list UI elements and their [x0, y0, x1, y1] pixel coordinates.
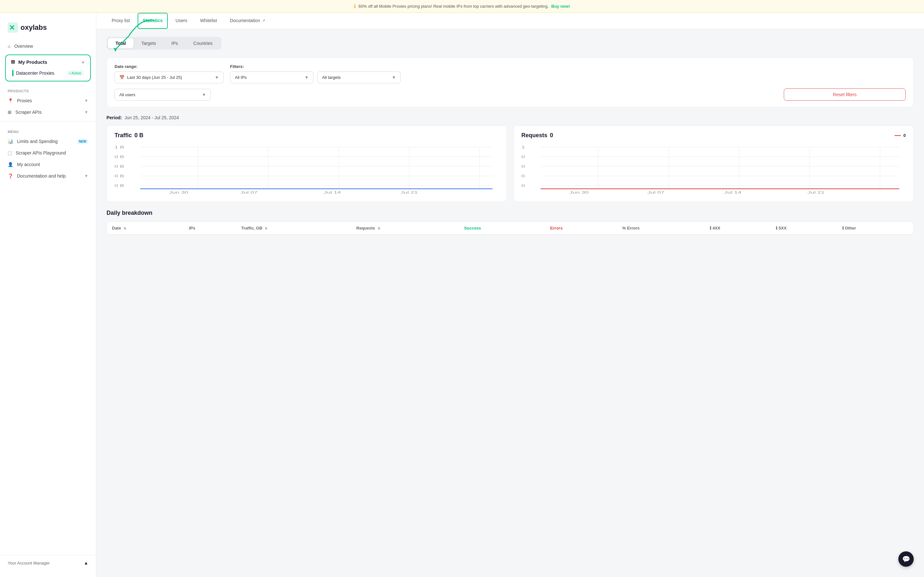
svg-text:1 B: 1 B	[115, 145, 124, 149]
logo-text: oxylabs	[21, 23, 47, 32]
new-badge: NEW	[77, 139, 88, 144]
requests-chart-area: 1 0 0 0 0	[521, 144, 906, 195]
my-products-box: ⊞ My Products ▲ Datacenter Proxies • Act…	[5, 55, 91, 81]
main-content: Proxy list Statistics Users Whitelist Do…	[96, 13, 924, 577]
scraper-icon: ⊞	[8, 110, 11, 115]
sidebar-item-my-account[interactable]: 👤 My account	[0, 159, 96, 170]
th-4xx: ℹ 4XX	[704, 222, 771, 235]
sidebar: ✕ oxylabs ⌂ Overview ⊞ My Products ▲ Dat…	[0, 13, 96, 577]
sub-tab-total[interactable]: Total	[108, 38, 134, 48]
chat-bubble[interactable]: 💬	[898, 551, 914, 567]
all-users-select[interactable]: All users ▼	[115, 89, 211, 101]
traffic-chart-title: Traffic 0 B	[115, 132, 499, 139]
sub-tab-ips[interactable]: IPs	[164, 38, 186, 48]
svg-text:0 B: 0 B	[115, 184, 124, 187]
date-range-group: Date range: 📅 Last 30 days (Jun 25 - Jul…	[115, 64, 224, 83]
sidebar-item-datacenter-proxies[interactable]: Datacenter Proxies • Active	[7, 67, 89, 79]
banner-text: 60% off all Mobile Proxies pricing plans…	[359, 4, 549, 9]
logo: ✕ oxylabs	[0, 19, 96, 40]
sub-tab-targets[interactable]: Targets	[134, 38, 164, 48]
chevron-down-icon-users: ▼	[202, 92, 206, 97]
charts-row: Traffic 0 B 1 B 0 B	[107, 125, 914, 202]
account-manager-label: Your Account Manager	[8, 561, 50, 566]
traffic-chart-svg: 1 B 0 B 0 B 0 B 0 B	[115, 144, 499, 195]
th-requests: Requests ⇅	[351, 222, 459, 235]
chevron-down-icon-2: ▼	[84, 110, 88, 114]
svg-text:Jul 14: Jul 14	[324, 191, 341, 194]
sidebar-item-documentation[interactable]: ❓ Documentation and help ▼	[0, 170, 96, 182]
tab-users[interactable]: Users	[170, 13, 192, 29]
menu-section-label: Menu	[0, 125, 96, 135]
table-header-row: Date ⇅ IPs Traffic, GB ⇅	[107, 222, 913, 235]
th-pct-errors: % Errors	[617, 222, 704, 235]
all-targets-select[interactable]: All targets ▼	[317, 71, 401, 83]
chevron-down-icon-3: ▼	[84, 174, 88, 178]
legend-line	[895, 135, 901, 136]
chevron-down-icon-date: ▼	[215, 75, 219, 80]
sub-tab-countries[interactable]: Countries	[186, 38, 220, 48]
sidebar-item-limits-spending[interactable]: 📊 Limits and Spending NEW	[0, 135, 96, 147]
period-label: Period: Jun 25, 2024 - Jul 25, 2024	[107, 115, 914, 120]
requests-chart-svg: 1 0 0 0 0	[521, 144, 906, 195]
tab-documentation[interactable]: Documentation ↗	[225, 13, 270, 29]
location-icon: 📍	[8, 98, 13, 103]
tab-whitelist[interactable]: Whitelist	[195, 13, 222, 29]
svg-text:0 B: 0 B	[115, 174, 124, 178]
info-icon-5xx: ℹ	[776, 226, 777, 230]
sub-tabs: Total Targets IPs Countries	[107, 37, 221, 50]
sidebar-item-overview[interactable]: ⌂ Overview	[0, 40, 96, 52]
svg-text:Jul 07: Jul 07	[241, 191, 258, 194]
svg-text:Jul 07: Jul 07	[648, 191, 664, 194]
tab-proxy-list[interactable]: Proxy list	[107, 13, 135, 29]
info-icon-other: ℹ	[842, 226, 844, 230]
svg-text:Jun 30: Jun 30	[169, 191, 188, 194]
chart-legend: 0	[895, 133, 906, 138]
svg-text:Jul 14: Jul 14	[724, 191, 741, 194]
traffic-chart-card: Traffic 0 B 1 B 0 B	[107, 125, 507, 202]
th-5xx: ℹ 5XX	[771, 222, 837, 235]
help-icon: ❓	[8, 173, 13, 179]
my-products-toggle[interactable]: ⊞ My Products ▲	[6, 59, 90, 67]
svg-text:0: 0	[521, 174, 525, 178]
sort-icon-requests: ⇅	[378, 227, 380, 230]
oxylabs-logo-icon: ✕	[8, 23, 18, 33]
th-traffic: Traffic, GB ⇅	[236, 222, 351, 235]
chart-icon: 📊	[8, 139, 13, 144]
sidebar-item-proxies[interactable]: 📍 Proxies ▼	[0, 95, 96, 106]
filters-row-1: Date range: 📅 Last 30 days (Jun 25 - Jul…	[115, 64, 906, 83]
sidebar-item-scraper-apis[interactable]: ⊞ Scraper APIs ▼	[0, 106, 96, 118]
all-ips-select[interactable]: All IPs ▼	[230, 71, 313, 83]
chevron-up-icon: ▲	[81, 60, 85, 64]
th-errors: Errors	[545, 222, 617, 235]
filters-group: Filters: All IPs ▼ All targets ▼	[230, 64, 906, 83]
active-bar	[12, 70, 13, 76]
th-ips: IPs	[184, 222, 236, 235]
svg-text:Jun 30: Jun 30	[569, 191, 589, 194]
reset-filters-button[interactable]: Reset filters	[784, 89, 906, 101]
breakdown-section: Daily breakdown Date ⇅ IPs	[107, 210, 914, 235]
products-grid-icon: ⊞	[11, 59, 15, 65]
calendar-icon: 📅	[120, 75, 124, 80]
active-badge: • Active	[67, 71, 84, 76]
chevron-down-icon: ▼	[84, 98, 88, 103]
svg-text:Jul 21: Jul 21	[401, 191, 418, 194]
breakdown-table: Date ⇅ IPs Traffic, GB ⇅	[107, 221, 914, 235]
top-banner: ℹ 60% off all Mobile Proxies pricing pla…	[0, 0, 924, 13]
info-icon-4xx: ℹ	[710, 226, 711, 230]
account-manager[interactable]: Your Account Manager ▲	[0, 555, 96, 571]
traffic-chart-area: 1 B 0 B 0 B 0 B 0 B	[115, 144, 499, 195]
breakdown-title: Daily breakdown	[107, 210, 914, 216]
th-success: Success	[459, 222, 545, 235]
tab-statistics[interactable]: Statistics	[137, 13, 168, 29]
date-range-select[interactable]: 📅 Last 30 days (Jun 25 - Jul 25) ▼	[115, 71, 224, 83]
requests-chart-card: Requests 0 0	[513, 125, 914, 202]
filters-card: Date range: 📅 Last 30 days (Jun 25 - Jul…	[107, 57, 914, 107]
chevron-down-icon-ips: ▼	[304, 75, 309, 80]
buy-now-link[interactable]: Buy now!	[551, 4, 570, 9]
sidebar-item-scraper-playground[interactable]: ⬚ Scraper APIs Playground	[0, 147, 96, 159]
banner-icon: ℹ	[354, 3, 356, 9]
th-date: Date ⇅	[107, 222, 184, 235]
svg-text:Jul 21: Jul 21	[808, 191, 825, 194]
sort-icon-date: ⇅	[124, 227, 126, 230]
page-body: Total Targets IPs Countries Date range: …	[96, 29, 924, 577]
